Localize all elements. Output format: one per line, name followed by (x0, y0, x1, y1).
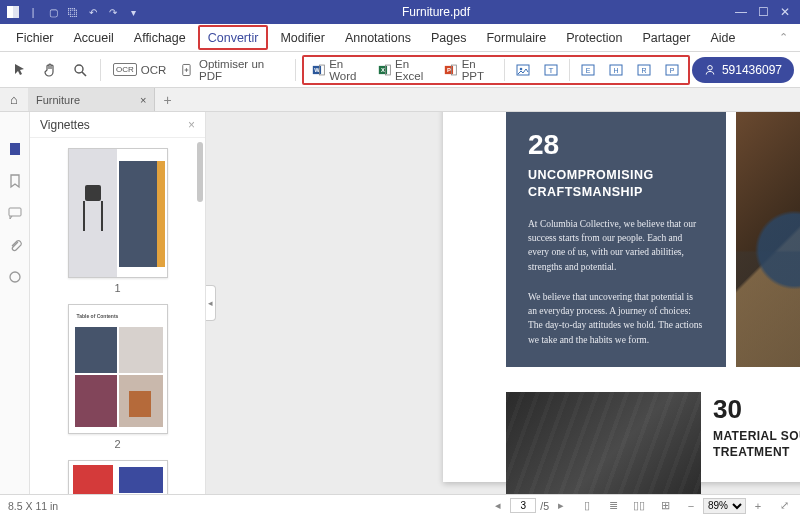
tool-to-image[interactable] (509, 56, 537, 84)
close-button[interactable]: ✕ (774, 2, 796, 22)
menu-pages[interactable]: Pages (421, 24, 476, 51)
view-continuous-icon[interactable]: ≣ (605, 498, 621, 514)
menubar: Fichier Accueil Affichage Convertir Modi… (0, 24, 800, 52)
thumbnails-panel: Vignettes × 1 Table of Contents 2 (30, 112, 206, 494)
svg-text:P: P (670, 67, 675, 74)
menu-protection[interactable]: Protection (556, 24, 632, 51)
view-single-icon[interactable]: ▯ (579, 498, 595, 514)
document-tab-label: Furniture (36, 94, 80, 106)
thumbnail-2[interactable]: Table of Contents 2 (68, 304, 168, 450)
tool-zoom[interactable] (66, 56, 94, 84)
tool-to-excel[interactable]: XEn Excel (372, 56, 439, 84)
svg-text:P: P (447, 67, 451, 73)
menu-convertir[interactable]: Convertir (198, 25, 269, 50)
maximize-button[interactable]: ☐ (752, 2, 774, 22)
thumbnail-number: 2 (114, 438, 120, 450)
article-number: 30 (713, 394, 800, 425)
svg-text:E: E (586, 67, 591, 74)
tool-optimize[interactable]: Optimiser un PDF (174, 56, 289, 84)
view-two-continuous-icon[interactable]: ⊞ (657, 498, 673, 514)
close-tab-icon[interactable]: × (140, 94, 146, 106)
zoom-out-icon[interactable]: − (683, 498, 699, 514)
panel-scrollbar[interactable] (197, 142, 203, 202)
titlebar: | ▢ ⿻ ↶ ↷ ▾ Furniture.pdf — ☐ ✕ (0, 0, 800, 24)
document-tab[interactable]: Furniture × (28, 88, 155, 111)
save-icon[interactable]: ▢ (44, 3, 62, 21)
document-viewer[interactable]: ◂ 28 UNCOMPROMISING CRAFTSMANSHIP At Col… (206, 112, 800, 494)
zoom-controls: − 89% + (683, 498, 766, 514)
divider-icon: | (24, 3, 42, 21)
panel-header: Vignettes × (30, 112, 205, 138)
dropdown-icon[interactable]: ▾ (124, 3, 142, 21)
article-30: 30 MATERIAL SOURCING AND TREATMENT (713, 394, 800, 460)
menu-affichage[interactable]: Affichage (124, 24, 196, 51)
quick-access: | ▢ ⿻ ↶ ↷ ▾ (4, 3, 142, 21)
new-tab-button[interactable]: + (155, 88, 179, 111)
menu-aide[interactable]: Aide (700, 24, 745, 51)
menu-accueil[interactable]: Accueil (64, 24, 124, 51)
collapse-ribbon-icon[interactable]: ⌃ (772, 24, 794, 51)
panel-close-icon[interactable]: × (188, 118, 195, 132)
tool-ocr[interactable]: OCROCR (107, 56, 172, 84)
tool-to-html[interactable]: H (602, 56, 630, 84)
thumbnails-list: 1 Table of Contents 2 (30, 138, 205, 494)
article-paragraph: At Columbia Collective, we believe that … (528, 217, 704, 274)
thumbnails-icon[interactable] (6, 140, 24, 158)
tool-select[interactable] (6, 56, 34, 84)
prev-page-icon[interactable]: ◂ (490, 498, 506, 514)
minimize-button[interactable]: — (730, 2, 752, 22)
zoom-select[interactable]: 89% (703, 498, 746, 514)
article-paragraph: We believe that uncovering that potentia… (528, 290, 704, 347)
tool-to-ppt[interactable]: PEn PPT (438, 56, 500, 84)
article-number: 28 (528, 129, 704, 161)
menu-modifier[interactable]: Modifier (270, 24, 334, 51)
panel-title: Vignettes (40, 118, 90, 132)
article-30-image (506, 392, 701, 494)
thumbnail-3[interactable] (68, 460, 168, 494)
menu-fichier[interactable]: Fichier (6, 24, 64, 51)
zoom-in-icon[interactable]: + (750, 498, 766, 514)
tool-hand[interactable] (36, 56, 64, 84)
comments-icon[interactable] (6, 204, 24, 222)
svg-point-2 (75, 65, 83, 73)
svg-line-3 (82, 72, 86, 76)
user-icon (704, 64, 716, 76)
article-heading: UNCOMPROMISING CRAFTSMANSHIP (528, 167, 704, 201)
page-total: /5 (540, 500, 549, 512)
toolbar: OCROCR Optimiser un PDF WEn Word XEn Exc… (0, 52, 800, 88)
thumbnail-1[interactable]: 1 (68, 148, 168, 294)
account-id: 591436097 (722, 63, 782, 77)
attachments-icon[interactable] (6, 236, 24, 254)
crop-icon[interactable]: ⿻ (64, 3, 82, 21)
menu-partager[interactable]: Partager (632, 24, 700, 51)
article-heading: MATERIAL SOURCING AND TREATMENT (713, 429, 800, 460)
tool-to-rtf[interactable]: R (630, 56, 658, 84)
fullscreen-icon[interactable]: ⤢ (776, 498, 792, 514)
tool-to-pdfa[interactable]: P (658, 56, 686, 84)
layers-icon[interactable] (6, 268, 24, 286)
tool-to-word[interactable]: WEn Word (306, 56, 372, 84)
app-logo-icon (4, 3, 22, 21)
menu-formulaire[interactable]: Formulaire (476, 24, 556, 51)
page-canvas: 28 UNCOMPROMISING CRAFTSMANSHIP At Colum… (443, 112, 800, 482)
svg-text:H: H (613, 67, 618, 74)
workspace: Vignettes × 1 Table of Contents 2 (0, 112, 800, 494)
account-pill[interactable]: 591436097 (692, 57, 794, 83)
home-tab-icon[interactable]: ⌂ (0, 88, 28, 111)
redo-icon[interactable]: ↷ (104, 3, 122, 21)
page-input[interactable] (510, 498, 536, 513)
bookmarks-icon[interactable] (6, 172, 24, 190)
menu-annotations[interactable]: Annotations (335, 24, 421, 51)
document-tabbar: ⌂ Furniture × + (0, 88, 800, 112)
tool-to-text[interactable]: T (537, 56, 565, 84)
collapse-panel-handle[interactable]: ◂ (206, 285, 216, 321)
view-two-page-icon[interactable]: ▯▯ (631, 498, 647, 514)
next-page-icon[interactable]: ▸ (553, 498, 569, 514)
svg-point-26 (708, 65, 713, 70)
statusbar: 8.5 X 11 in ◂ /5 ▸ ▯ ≣ ▯▯ ⊞ − 89% + ⤢ (0, 494, 800, 516)
undo-icon[interactable]: ↶ (84, 3, 102, 21)
tool-to-epub[interactable]: E (574, 56, 602, 84)
svg-point-15 (520, 67, 523, 70)
page-nav: ◂ /5 ▸ (490, 498, 569, 514)
thumbnail-number: 1 (114, 282, 120, 294)
